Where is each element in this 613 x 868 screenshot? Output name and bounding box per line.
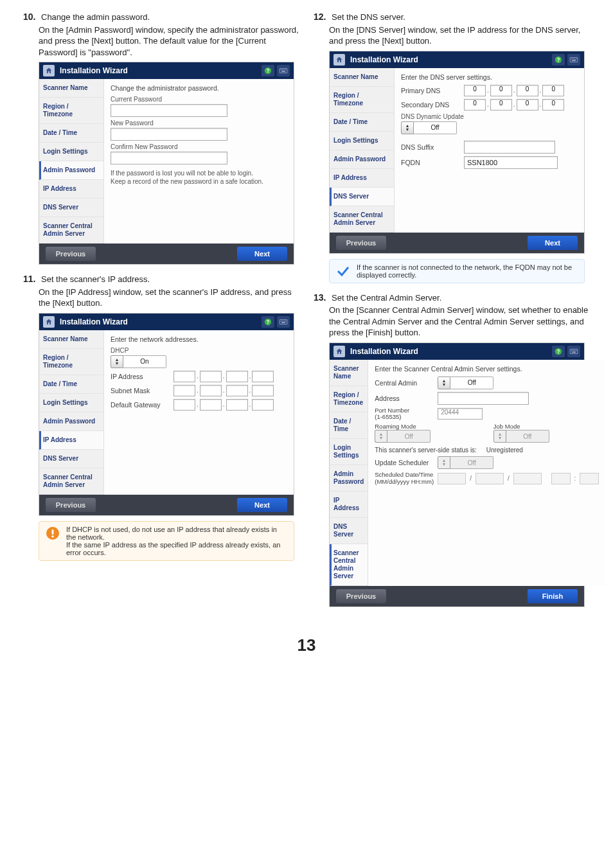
next-button[interactable]: Next (528, 236, 578, 250)
callout-warning: If DHCP is not used, do not use an IP ad… (39, 521, 294, 561)
roaming-mode-toggle[interactable]: ▴▾ Off (375, 430, 481, 443)
sidebar-item-region[interactable]: Region / Timezone (330, 87, 394, 113)
sidebar-item-datetime[interactable]: Date / Time (39, 124, 103, 143)
sidebar-item-admin-password[interactable]: Admin Password (330, 150, 394, 169)
sidebar-item-ip[interactable]: IP Address (330, 492, 368, 518)
sidebar-item-admin-password[interactable]: Admin Password (39, 412, 103, 431)
step-body: On the [Admin Password] window, specify … (39, 24, 299, 58)
wizard-titlebar: Installation Wizard ? (330, 343, 584, 360)
previous-button[interactable]: Previous (46, 247, 96, 261)
label-new-password: New Password (111, 120, 287, 127)
next-button[interactable]: Next (237, 247, 287, 261)
svg-rect-10 (280, 319, 287, 324)
finish-button[interactable]: Finish (528, 589, 578, 603)
sidebar-item-dns[interactable]: DNS Server (330, 188, 394, 206)
central-admin-toggle[interactable]: ▴▾ Off (438, 376, 493, 389)
new-password-input[interactable] (111, 128, 227, 141)
sidebar-item-ip[interactable]: IP Address (330, 169, 394, 188)
label-scheduled-datetime: Scheduled Date/Time(MM/dd/yyyy HH:mm) (375, 472, 434, 485)
sidebar-item-admin-password[interactable]: Admin Password (39, 161, 103, 180)
sidebar-item-scanner-name[interactable]: Scanner Name (39, 330, 103, 349)
wizard-sidebar: Scanner Name Region / Timezone Date / Ti… (330, 68, 395, 233)
secondary-dns-input[interactable]: 0.0.0.0 (464, 99, 564, 111)
svg-rect-4 (282, 69, 283, 70)
step-title: Set the Central Admin Server. (332, 292, 441, 304)
sidebar-item-scanner-name[interactable]: Scanner Name (330, 360, 368, 386)
sidebar-item-region[interactable]: Region / Timezone (330, 386, 368, 412)
sidebar-item-region[interactable]: Region / Timezone (39, 98, 103, 124)
dns-dynamic-update-toggle[interactable]: ▴▾ Off (401, 121, 578, 134)
sidebar-item-admin-password[interactable]: Admin Password (330, 465, 368, 492)
label-secondary-dns: Secondary DNS (401, 101, 460, 109)
step-12: 12. Set the DNS server. On the [DNS Serv… (314, 12, 590, 283)
svg-rect-13 (284, 321, 285, 321)
scheduled-datetime-input[interactable]: // : (438, 473, 599, 484)
sidebar-item-scanner-name[interactable]: Scanner Name (39, 79, 103, 98)
dns-suffix-input[interactable] (464, 141, 555, 154)
update-scheduler-toggle[interactable]: ▴▾ Off (438, 456, 493, 469)
wizard-titlebar: Installation Wizard ? (39, 314, 294, 330)
label-address: Address (375, 394, 434, 402)
ip-address-input[interactable]: ... (173, 371, 274, 382)
svg-point-18 (51, 535, 53, 537)
label-fqdn: FQDN (401, 159, 460, 166)
current-password-input[interactable] (111, 104, 227, 117)
sidebar-item-datetime[interactable]: Date / Time (330, 113, 394, 132)
next-button[interactable]: Next (237, 498, 287, 512)
stepper-icon: ▴▾ (375, 430, 387, 443)
sidebar-item-datetime[interactable]: Date / Time (330, 412, 368, 439)
sidebar-item-scanner-name[interactable]: Scanner Name (330, 68, 394, 87)
sidebar-item-region[interactable]: Region / Timezone (39, 349, 103, 375)
primary-dns-input[interactable]: 0.0.0.0 (464, 85, 564, 96)
keyboard-icon[interactable] (567, 346, 580, 357)
sidebar-item-ip[interactable]: IP Address (39, 431, 103, 450)
two-columns: 10. Change the admin password. On the [A… (23, 12, 590, 616)
keyboard-icon[interactable] (277, 316, 290, 328)
sidebar-item-login[interactable]: Login Settings (39, 394, 103, 412)
sidebar-item-login[interactable]: Login Settings (39, 143, 103, 161)
label-ip-address: IP Address (111, 373, 170, 380)
gateway-input[interactable]: ... (173, 399, 274, 411)
help-icon[interactable]: ? (552, 54, 565, 66)
subnet-mask-input[interactable]: ... (173, 385, 274, 396)
previous-button[interactable]: Previous (336, 236, 386, 250)
job-mode-toggle[interactable]: ▴▾ Off (493, 430, 600, 443)
svg-rect-26 (572, 60, 576, 60)
address-input[interactable] (438, 392, 529, 405)
step-number: 10. (23, 12, 39, 22)
help-icon[interactable]: ? (552, 346, 565, 357)
sidebar-item-central[interactable]: Scanner Central Admin Server (330, 206, 394, 233)
sidebar-item-central[interactable]: Scanner Central Admin Server (330, 544, 368, 586)
sidebar-item-dns[interactable]: DNS Server (39, 199, 103, 217)
sidebar-item-dns[interactable]: DNS Server (39, 450, 103, 468)
sidebar-item-login[interactable]: Login Settings (330, 132, 394, 150)
dhcp-toggle[interactable]: ▴▾ On (111, 355, 287, 368)
keyboard-icon[interactable] (277, 65, 290, 76)
stepper-icon: ▴▾ (438, 376, 450, 389)
sidebar-item-login[interactable]: Login Settings (330, 439, 368, 465)
help-icon[interactable]: ? (262, 316, 274, 328)
wizard-titlebar: Installation Wizard ? (330, 51, 584, 68)
wizard-title: Installation Wizard (350, 347, 547, 356)
sidebar-item-central[interactable]: Scanner Central Admin Server (39, 468, 103, 495)
sidebar-item-central[interactable]: Scanner Central Admin Server (39, 217, 103, 244)
home-icon[interactable] (333, 346, 345, 357)
home-icon[interactable] (333, 54, 345, 66)
sidebar-item-ip[interactable]: IP Address (39, 180, 103, 199)
sidebar-item-dns[interactable]: DNS Server (330, 518, 368, 544)
home-icon[interactable] (43, 65, 55, 76)
keyboard-icon[interactable] (567, 54, 580, 66)
sidebar-item-datetime[interactable]: Date / Time (39, 375, 103, 394)
previous-button[interactable]: Previous (336, 589, 386, 603)
previous-button[interactable]: Previous (46, 498, 96, 512)
fqdn-input[interactable]: SSN1800 (464, 156, 558, 169)
fqdn-value: SSN1800 (467, 159, 497, 166)
svg-text:?: ? (267, 319, 270, 325)
right-column: 12. Set the DNS server. On the [DNS Serv… (314, 12, 590, 616)
confirm-password-input[interactable] (111, 152, 227, 164)
label-primary-dns: Primary DNS (401, 87, 460, 94)
wizard-footer: Previous Next (39, 495, 294, 515)
port-number-input[interactable]: 20444 (438, 408, 483, 420)
help-icon[interactable]: ? (262, 65, 274, 76)
home-icon[interactable] (43, 316, 55, 328)
